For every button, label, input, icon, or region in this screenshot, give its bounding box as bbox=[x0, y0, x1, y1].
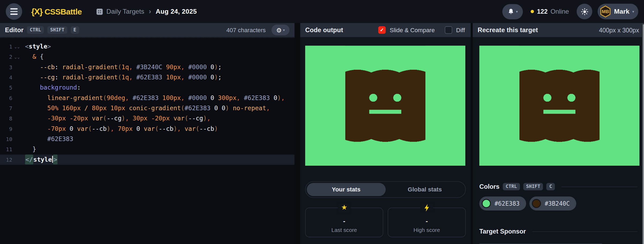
last-score-value: - bbox=[343, 217, 345, 225]
line-number: 7 bbox=[0, 103, 12, 113]
line-number: 11 bbox=[0, 144, 12, 154]
character-count: 407 characters bbox=[226, 27, 266, 34]
shortcut-key-shift: SHIFT bbox=[523, 183, 543, 190]
sponsor-title: Target Sponsor bbox=[479, 228, 526, 235]
line-number: 4 bbox=[0, 72, 12, 83]
fold-gutter bbox=[12, 93, 25, 103]
online-status: 122 Online bbox=[531, 8, 569, 15]
target-panel: Recreate this target 400px x 300px Color… bbox=[473, 23, 644, 244]
color-swatch-brown[interactable]: #3B240C bbox=[529, 197, 576, 210]
tab-global-stats[interactable]: Global stats bbox=[385, 183, 464, 196]
online-dot-icon bbox=[531, 10, 534, 13]
divider bbox=[533, 231, 638, 232]
code-editor[interactable]: 1⌄⌄<style>2⌄⌄ & {3 --cb: radial-gradient… bbox=[0, 38, 294, 244]
bell-icon bbox=[508, 8, 514, 15]
code-text: <style> bbox=[25, 42, 295, 52]
fold-gutter bbox=[12, 134, 25, 144]
fold-chevron-icon[interactable]: ⌄⌄ bbox=[12, 42, 25, 52]
code-text: --cg: radial-gradient(1q, #62E383 10px, … bbox=[25, 72, 295, 83]
code-line[interactable]: 6 linear-gradient(90deg, #62E383 100px, … bbox=[0, 93, 294, 103]
target-canvas[interactable] bbox=[479, 46, 639, 166]
line-number: 8 bbox=[0, 113, 12, 124]
stats-cards: ★ - Last score - High score bbox=[305, 208, 466, 237]
gear-icon: ⚙ bbox=[276, 27, 282, 33]
green-hex-value: #62E383 bbox=[495, 200, 520, 207]
code-text: linear-gradient(90deg, #62E383 100px, #0… bbox=[25, 93, 295, 103]
code-line[interactable]: 9 -70px 0 var(--cb), 70px 0 var(--cb), v… bbox=[0, 124, 294, 134]
editor-settings-button[interactable]: ⚙ ▾ bbox=[271, 25, 289, 35]
scrollbar-thumb[interactable] bbox=[643, 24, 644, 244]
avatar-initials: MB bbox=[602, 9, 609, 14]
code-line[interactable]: 8 -30px -20px var(--cg), 30px -20px var(… bbox=[0, 113, 294, 124]
diff-label[interactable]: Diff bbox=[456, 27, 465, 34]
sun-icon bbox=[581, 8, 588, 15]
target-title: Recreate this target bbox=[478, 26, 538, 34]
fold-gutter bbox=[12, 62, 25, 72]
code-line[interactable]: 2⌄⌄ & { bbox=[0, 52, 294, 62]
shortcut-key-ctrl: CTRL bbox=[503, 183, 520, 190]
breadcrumb-current-date: Aug 24, 2025 bbox=[156, 8, 197, 15]
stats-tabbar: Your stats Global stats bbox=[305, 181, 466, 198]
last-score-card: ★ - Last score bbox=[305, 208, 383, 237]
diff-checkbox[interactable] bbox=[445, 26, 452, 34]
line-number: 1 bbox=[0, 42, 12, 52]
line-number: 3 bbox=[0, 62, 12, 72]
sponsor-section-header: Target Sponsor bbox=[479, 228, 637, 235]
line-number: 2 bbox=[0, 52, 12, 62]
menu-icon[interactable] bbox=[6, 3, 22, 20]
lightning-icon bbox=[420, 203, 433, 212]
fold-chevron-icon[interactable]: ⌄⌄ bbox=[12, 52, 25, 62]
fold-gutter bbox=[12, 144, 25, 154]
color-swatch-green[interactable]: #62E383 bbox=[479, 197, 526, 210]
line-number: 6 bbox=[0, 93, 12, 103]
slide-compare-checkbox[interactable]: ✓ bbox=[378, 26, 386, 34]
tab-your-stats[interactable]: Your stats bbox=[307, 183, 385, 196]
code-line[interactable]: 1⌄⌄<style> bbox=[0, 42, 294, 52]
target-header: Recreate this target 400px x 300px bbox=[473, 23, 644, 38]
output-options: ✓ Slide & Compare Diff bbox=[378, 26, 466, 34]
breadcrumb: Daily Targets › Aug 24, 2025 bbox=[96, 8, 197, 16]
code-text: -70px 0 var(--cb), 70px 0 var(--cb), var… bbox=[25, 124, 295, 134]
code-text: background: bbox=[25, 83, 295, 93]
shortcut-key-e: E bbox=[70, 27, 79, 34]
code-line[interactable]: 4 --cg: radial-gradient(1q, #62E383 10px… bbox=[0, 72, 294, 83]
avatar: MB bbox=[600, 5, 611, 18]
logo-braces: {X} bbox=[31, 7, 43, 17]
user-menu-button[interactable]: MB Mark ▾ bbox=[598, 4, 638, 19]
shortcut-key-shift: SHIFT bbox=[47, 27, 67, 34]
output-rendered-shape bbox=[305, 46, 465, 166]
code-output-canvas[interactable] bbox=[305, 46, 465, 166]
slide-compare-label[interactable]: Slide & Compare bbox=[390, 27, 435, 34]
star-icon: ★ bbox=[338, 203, 351, 213]
code-text: } bbox=[25, 144, 295, 154]
fold-gutter bbox=[12, 83, 25, 93]
code-line[interactable]: 7 50% 160px / 80px 10px conic-gradient(#… bbox=[0, 103, 294, 113]
high-score-card: - High score bbox=[388, 208, 466, 237]
editor-header: Editor CTRL SHIFT E 407 characters ⚙ ▾ bbox=[0, 23, 294, 38]
code-line[interactable]: 11 } bbox=[0, 144, 294, 154]
code-line[interactable]: 3 --cb: radial-gradient(1q, #3B240C 90px… bbox=[0, 62, 294, 72]
code-text: --cb: radial-gradient(1q, #3B240C 90px, … bbox=[25, 62, 295, 72]
green-swatch-icon bbox=[482, 199, 491, 208]
cssbattle-logo[interactable]: {X} CSSBattle bbox=[31, 7, 82, 17]
chevron-down-icon: ▾ bbox=[283, 28, 285, 32]
fold-gutter bbox=[12, 103, 25, 113]
code-output-header: Code output ✓ Slide & Compare Diff bbox=[300, 23, 471, 38]
color-swatches: #62E383 #3B240C bbox=[479, 197, 637, 210]
code-text: 50% 160px / 80px 10px conic-gradient(#62… bbox=[25, 103, 295, 113]
fold-gutter bbox=[12, 113, 25, 124]
editor-title: Editor bbox=[5, 26, 24, 34]
code-line[interactable]: 5 background: bbox=[0, 83, 294, 93]
target-dimensions: 400px x 300px bbox=[599, 27, 639, 34]
fold-gutter bbox=[12, 124, 25, 134]
breadcrumb-daily-targets[interactable]: Daily Targets bbox=[106, 8, 144, 15]
code-output-panel: Code output ✓ Slide & Compare Diff Your … bbox=[300, 23, 471, 244]
theme-toggle-button[interactable] bbox=[577, 4, 592, 19]
notifications-button[interactable]: ▾ bbox=[503, 4, 523, 19]
code-line[interactable]: 10 #62E383 bbox=[0, 134, 294, 144]
code-text: -30px -20px var(--cg), 30px -20px var(--… bbox=[25, 113, 295, 124]
brown-hex-value: #3B240C bbox=[545, 200, 570, 207]
code-line[interactable]: 12</style> bbox=[0, 154, 294, 165]
high-score-value: - bbox=[426, 217, 428, 225]
top-nav: {X} CSSBattle Daily Targets › Aug 24, 20… bbox=[0, 0, 644, 23]
